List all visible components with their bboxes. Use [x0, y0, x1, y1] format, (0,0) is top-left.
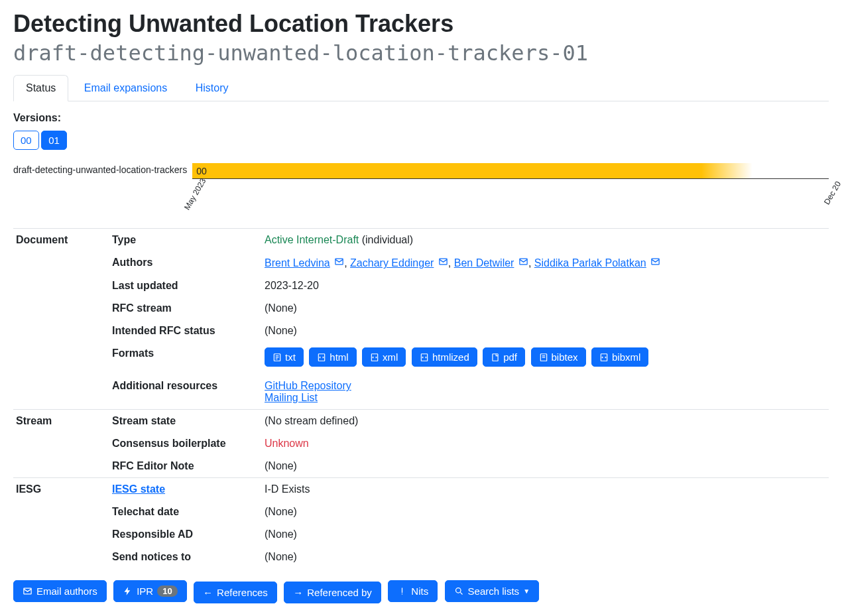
- format-txt-button[interactable]: txt: [265, 347, 304, 367]
- tab-email-expansions[interactable]: Email expansions: [72, 75, 180, 101]
- arrow-right-icon: →: [293, 587, 303, 598]
- label-stream-state: Stream state: [109, 410, 262, 433]
- format-htmlized-button[interactable]: htmlized: [412, 347, 477, 367]
- format-bibxml-button[interactable]: bibxml: [591, 347, 648, 367]
- version-01[interactable]: 01: [41, 131, 67, 150]
- label-consensus: Consensus boilerplate: [109, 432, 262, 455]
- label-intended-status: Intended RFC status: [109, 320, 262, 342]
- tab-bar: Status Email expansions History: [13, 75, 829, 101]
- nits-button[interactable]: Nits: [388, 580, 438, 602]
- svg-point-19: [455, 588, 461, 593]
- value-telechat: (None): [262, 501, 829, 523]
- group-iesg: IESG: [13, 478, 109, 501]
- value-iesg-state: I-D Exists: [262, 478, 829, 501]
- value-consensus: Unknown: [262, 432, 829, 455]
- value-rfc-editor-note: (None): [262, 455, 829, 478]
- label-rfc-stream: RFC stream: [109, 297, 262, 320]
- value-rfc-stream: (None): [262, 297, 829, 320]
- version-badges: 00 01: [13, 131, 829, 150]
- references-button[interactable]: ← References: [194, 582, 277, 603]
- iesg-state-link[interactable]: IESG state: [112, 483, 165, 495]
- search-lists-button[interactable]: Search lists ▼: [445, 580, 539, 602]
- label-additional-resources: Additional resources: [109, 375, 262, 410]
- formats-cell: txt html xml htmlized pdf bibtex bibxml: [262, 342, 829, 375]
- mail-icon[interactable]: [334, 257, 344, 269]
- value-intended-status: (None): [262, 320, 829, 342]
- format-xml-button[interactable]: xml: [362, 347, 406, 367]
- label-formats: Formats: [109, 342, 262, 375]
- author-link[interactable]: Siddika Parlak Polatkan: [534, 257, 646, 269]
- author-link[interactable]: Zachary Eddinger: [350, 257, 434, 269]
- group-document: Document: [13, 229, 109, 252]
- draft-subtitle: draft-detecting-unwanted-location-tracke…: [13, 40, 829, 66]
- type-status: Active Internet-Draft: [265, 234, 359, 245]
- timeline-draft-name: draft-detecting-unwanted-location-tracke…: [13, 163, 192, 175]
- svg-rect-17: [402, 588, 402, 593]
- type-suffix: (individual): [359, 234, 413, 245]
- label-last-updated: Last updated: [109, 275, 262, 297]
- timeline-tick-start: May 2023: [182, 177, 208, 212]
- svg-rect-18: [402, 593, 402, 594]
- email-authors-button[interactable]: Email authors: [13, 580, 107, 602]
- mail-icon[interactable]: [438, 257, 448, 269]
- tab-history[interactable]: History: [183, 75, 241, 101]
- format-pdf-button[interactable]: pdf: [483, 347, 525, 367]
- github-repo-link[interactable]: GitHub Repository: [265, 380, 351, 391]
- action-bar: Email authors IPR 10 ← References → Refe…: [13, 580, 829, 603]
- author-link[interactable]: Ben Detwiler: [454, 257, 514, 269]
- version-00[interactable]: 00: [13, 131, 39, 150]
- mailing-list-link[interactable]: Mailing List: [265, 392, 318, 403]
- svg-line-20: [460, 593, 462, 595]
- value-responsible-ad: (None): [262, 523, 829, 546]
- label-responsible-ad: Responsible AD: [109, 523, 262, 546]
- ipr-button[interactable]: IPR 10: [113, 580, 186, 602]
- mail-icon[interactable]: [518, 257, 528, 269]
- value-last-updated: 2023-12-20: [262, 275, 829, 297]
- tab-status[interactable]: Status: [13, 75, 68, 101]
- arrow-left-icon: ←: [203, 587, 213, 598]
- label-authors: Authors: [109, 251, 262, 275]
- caret-down-icon: ▼: [523, 587, 530, 595]
- label-rfc-editor-note: RFC Editor Note: [109, 455, 262, 478]
- label-send-notices: Send notices to: [109, 546, 262, 568]
- svg-rect-11: [493, 353, 498, 361]
- metadata-table: Document Type Active Internet-Draft (ind…: [13, 228, 829, 568]
- format-html-button[interactable]: html: [309, 347, 356, 367]
- author-link[interactable]: Brent Ledvina: [265, 257, 330, 269]
- timeline-bar[interactable]: 00: [192, 163, 829, 179]
- ipr-count-badge: 10: [157, 585, 177, 597]
- group-stream: Stream: [13, 410, 109, 433]
- referenced-by-button[interactable]: → Referenced by: [284, 582, 381, 603]
- timeline-tick-end: Dec 20: [822, 180, 842, 206]
- format-bibtex-button[interactable]: bibtex: [531, 347, 586, 367]
- timeline: draft-detecting-unwanted-location-tracke…: [13, 163, 829, 225]
- page-title: Detecting Unwanted Location Trackers: [13, 9, 829, 38]
- versions-label: Versions:: [13, 112, 829, 124]
- label-telechat: Telechat date: [109, 501, 262, 523]
- authors-cell: Brent Ledvina , Zachary Eddinger , Ben D…: [262, 251, 829, 275]
- value-stream-state: (No stream defined): [262, 410, 829, 433]
- value-send-notices: (None): [262, 546, 829, 568]
- label-type: Type: [109, 229, 262, 252]
- mail-icon[interactable]: [650, 257, 660, 269]
